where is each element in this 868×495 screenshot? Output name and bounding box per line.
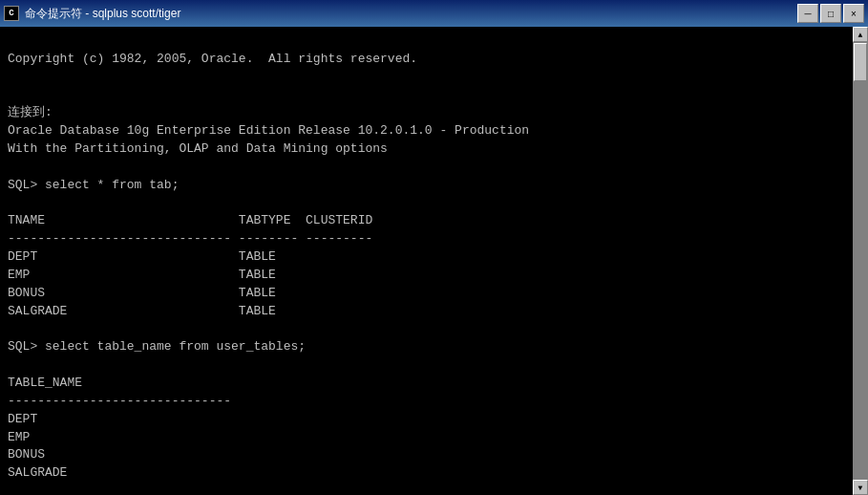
scrollbar[interactable]: ▲ ▼ (853, 27, 868, 495)
titlebar-left: C 命令提示符 - sqlplus scott/tiger (4, 6, 180, 22)
console-area[interactable]: Copyright (c) 1982, 2005, Oracle. All ri… (0, 27, 853, 495)
close-button[interactable]: × (843, 4, 864, 23)
window-title: 命令提示符 - sqlplus scott/tiger (25, 6, 180, 22)
main-wrapper: Copyright (c) 1982, 2005, Oracle. All ri… (0, 27, 868, 495)
minimize-button[interactable]: ─ (797, 4, 818, 23)
console-output: Copyright (c) 1982, 2005, Oracle. All ri… (8, 32, 845, 495)
scrollbar-thumb[interactable] (854, 43, 867, 81)
maximize-button[interactable]: □ (820, 4, 841, 23)
titlebar-buttons: ─ □ × (797, 4, 864, 23)
titlebar: C 命令提示符 - sqlplus scott/tiger ─ □ × (0, 0, 868, 27)
app-icon: C (4, 6, 19, 21)
scroll-up-button[interactable]: ▲ (853, 27, 868, 42)
scrollbar-track[interactable] (853, 42, 868, 480)
scroll-down-button[interactable]: ▼ (853, 480, 868, 495)
